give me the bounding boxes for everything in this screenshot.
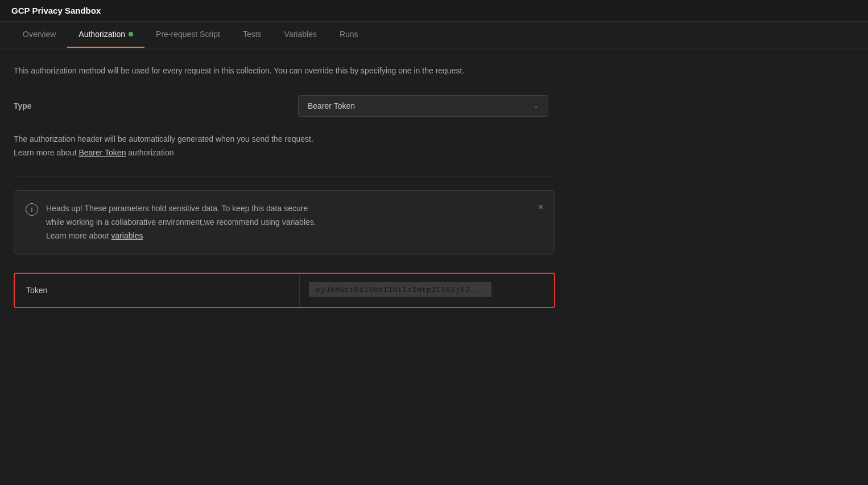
bearer-info-line1: The authorization header will be automat…	[14, 133, 555, 146]
bearer-info-suffix: authorization	[126, 148, 173, 157]
variables-link[interactable]: variables	[111, 231, 143, 240]
alert-text-line2: while working in a collaborative environ…	[46, 216, 543, 229]
alert-text-line3: Learn more about variables	[46, 229, 543, 243]
tab-overview-label: Overview	[23, 30, 56, 39]
title-bar: GCP Privacy Sandbox	[0, 0, 868, 22]
tab-pre-request-script-label: Pre-request Script	[156, 30, 220, 39]
tab-authorization-label: Authorization	[78, 30, 125, 39]
alert-text-line1: Heads up! These parameters hold sensitiv…	[46, 202, 543, 216]
tab-variables[interactable]: Variables	[273, 22, 328, 48]
authorization-dot	[129, 32, 133, 36]
bearer-info: The authorization header will be automat…	[14, 133, 555, 160]
tab-runs[interactable]: Runs	[328, 22, 370, 48]
type-select-value: Bearer Token	[308, 101, 355, 110]
alert-text: Heads up! These parameters hold sensitiv…	[46, 202, 543, 242]
token-value[interactable]: eyJhbGciOiJSUzI1NiIsImtpZCI6IjE2...	[309, 282, 491, 297]
token-label: Token	[15, 277, 299, 304]
close-icon[interactable]: ×	[537, 201, 544, 213]
tab-variables-label: Variables	[284, 30, 317, 39]
bearer-info-line2: Learn more about Bearer Token authorizat…	[14, 146, 555, 160]
type-label: Type	[14, 101, 298, 110]
tab-bar: Overview Authorization Pre-request Scrip…	[0, 22, 868, 48]
type-row: Type Bearer Token ⌄	[14, 95, 555, 117]
tab-pre-request-script[interactable]: Pre-request Script	[144, 22, 232, 48]
tab-authorization[interactable]: Authorization	[67, 22, 144, 48]
bearer-info-prefix: Learn more about	[14, 148, 78, 157]
alert-text-prefix: Learn more about	[46, 231, 111, 240]
chevron-down-icon: ⌄	[533, 102, 539, 110]
type-select-dropdown[interactable]: Bearer Token ⌄	[298, 95, 548, 117]
description-text: This authorization method will be used f…	[14, 64, 555, 77]
divider	[14, 176, 555, 176]
main-content: This authorization method will be used f…	[0, 48, 569, 324]
info-icon-letter: i	[31, 205, 33, 213]
tab-tests-label: Tests	[243, 30, 262, 39]
info-icon: i	[26, 203, 38, 216]
app-title: GCP Privacy Sandbox	[11, 6, 101, 15]
token-row: Token eyJhbGciOiJSUzI1NiIsImtpZCI6IjE2..…	[14, 273, 555, 308]
tab-tests[interactable]: Tests	[232, 22, 273, 48]
token-value-container[interactable]: eyJhbGciOiJSUzI1NiIsImtpZCI6IjE2...	[299, 274, 554, 307]
tab-overview[interactable]: Overview	[11, 22, 67, 48]
alert-box: i Heads up! These parameters hold sensit…	[14, 190, 555, 254]
bearer-token-link[interactable]: Bearer Token	[78, 148, 126, 157]
tab-runs-label: Runs	[340, 30, 358, 39]
